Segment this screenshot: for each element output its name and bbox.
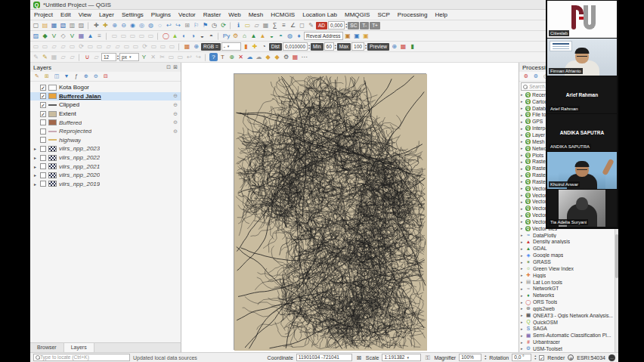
mesh-digitizing-icon[interactable]: ▭ (159, 42, 167, 51)
list-item[interactable]: ▸ Q QuickOSM (519, 319, 618, 326)
tab-browser[interactable]: Browser (30, 343, 64, 352)
model-designer-icon[interactable]: ⚙ (522, 73, 530, 80)
filter-by-expression-icon[interactable]: ƒ (73, 73, 80, 80)
settings-gear-icon[interactable]: ⚙ (282, 53, 290, 61)
move-diagram-icon[interactable]: ▱ (104, 42, 113, 51)
new-virtual-layer-icon[interactable]: ◇ (59, 32, 67, 40)
diagram-options-icon[interactable]: ▭ (41, 42, 49, 51)
expand-arrow-icon[interactable]: ▸ (521, 146, 524, 150)
extents-icon[interactable]: ⊠ (355, 354, 363, 362)
expand-arrow-icon[interactable]: ▸ (521, 132, 524, 137)
expand-arrow-icon[interactable]: ▸ (521, 306, 524, 311)
save-project-icon[interactable]: ▦ (50, 21, 58, 29)
spinner-buttons[interactable]: ▴▾ (534, 354, 536, 360)
tracing-icon[interactable]: ▱ (92, 53, 101, 61)
expand-arrow-icon[interactable]: ▸ (521, 240, 524, 244)
zoom-preview-icon[interactable]: ◒ (198, 32, 206, 40)
dist-spinner[interactable]: 0,010000 (283, 42, 308, 51)
expand-arrow-icon[interactable]: ▸ (521, 193, 524, 197)
snapping-magnet-icon[interactable]: ∪ (83, 53, 91, 61)
zoom-out-icon[interactable]: ⊖ (119, 21, 128, 29)
preview-run-icon[interactable]: ▮ (408, 42, 416, 51)
annotation-icon[interactable]: ✎ (307, 21, 315, 29)
menu-item[interactable]: Layer (95, 10, 118, 20)
manage-map-themes-icon[interactable]: ◫ (53, 73, 60, 80)
layer-visibility-checkbox[interactable]: ✓ (40, 102, 46, 108)
zoom-native-icon[interactable]: ◉ (128, 21, 137, 29)
layer-extent[interactable]: ✓ Extent ⊖ (30, 110, 181, 119)
expand-arrow-icon[interactable]: ▸ (521, 153, 524, 157)
paste-style-icon[interactable]: ▭ (128, 32, 137, 40)
participant-tile[interactable]: ANDIKA SAPUTRA ANDIKA SAPUTRA (547, 114, 617, 151)
scp-t-minus-button[interactable]: T- (360, 22, 369, 29)
expand-arrow-icon[interactable]: ▸ (521, 320, 524, 324)
messages-icon[interactable]: … (608, 354, 615, 361)
layer-visibility-checkbox[interactable] (40, 146, 46, 152)
mesh-transform-icon[interactable]: ▭ (168, 42, 176, 51)
rgb-combo[interactable]: - (221, 42, 241, 51)
list-item[interactable]: ▸ ▦ Semi-Automatic Classification Pl... (519, 332, 618, 339)
magnifier-spinner[interactable]: 100% (459, 354, 481, 361)
list-item[interactable]: ▸ ▦ QNEAT3 - Qgis Network Analysis... (519, 312, 618, 319)
list-item[interactable]: ▸ S SAGA (519, 326, 618, 333)
menu-item[interactable]: Location Lab (299, 10, 341, 20)
expand-arrow-icon[interactable]: ▸ (521, 300, 524, 305)
list-item[interactable]: ▸ ✶ GRASS (519, 258, 618, 265)
separator[interactable] (88, 22, 90, 29)
expand-arrow-icon[interactable]: ▸ (521, 293, 524, 298)
osm-place-search-icon[interactable]: ▣ (353, 32, 361, 40)
expand-arrow-icon[interactable]: ▸ (521, 186, 524, 190)
processing-toolbox-icon[interactable]: ⚙ (231, 32, 240, 40)
select-features-icon[interactable]: ▭ (243, 21, 252, 29)
menu-item[interactable]: View (75, 10, 95, 20)
list-item[interactable]: ▸ # Urbantracer (519, 339, 618, 345)
expand-arrow-icon[interactable]: ▸ (521, 159, 524, 164)
list-item[interactable]: ▸ ✚ Hqgis (519, 272, 618, 279)
paste-layer-icon[interactable]: ▭ (147, 32, 155, 40)
zoom-to-selection-icon[interactable]: ◍ (147, 21, 155, 29)
expand-arrow-icon[interactable]: ▸ (34, 146, 38, 151)
spectral-signature-icon[interactable]: ◑ (189, 32, 197, 40)
separator[interactable] (218, 32, 220, 40)
expand-arrow-icon[interactable]: ▸ (521, 113, 524, 117)
field-calculator-icon[interactable]: ∑ (271, 21, 279, 29)
expand-arrow-icon[interactable]: ▸ (521, 253, 524, 258)
layer-reprojected[interactable]: Reprojected ⊖ (30, 127, 181, 136)
scp-sc-button[interactable]: SC (348, 22, 359, 29)
layer-visibility-checkbox[interactable] (40, 172, 46, 178)
expand-arrow-icon[interactable]: ▸ (521, 313, 524, 317)
separator[interactable] (157, 32, 159, 40)
new-project-icon[interactable]: ▢ (32, 21, 40, 29)
layer-visibility-checkbox[interactable] (40, 137, 46, 143)
callout-icon[interactable]: ▭ (122, 42, 131, 51)
participant-tile[interactable]: Khoirul Anwar Khoirul Anwar (547, 152, 617, 189)
max-spinner[interactable]: 100 (351, 42, 364, 51)
menu-item[interactable]: MMQGIS (341, 10, 373, 20)
spinner-buttons[interactable]: ▴▾ (335, 44, 336, 50)
separator[interactable] (79, 54, 81, 61)
expand-arrow-icon[interactable]: ▸ (521, 126, 524, 131)
lock-scale-icon[interactable]: ⚿ (424, 354, 431, 362)
copy-style-icon[interactable]: ▭ (119, 32, 128, 40)
layer-visibility-checkbox[interactable] (40, 128, 46, 135)
cut-features-icon[interactable]: ✂ (158, 53, 166, 61)
new-print-layout-icon[interactable]: ▥ (68, 21, 76, 29)
save-project-as-icon[interactable]: ▧ (59, 21, 67, 29)
show-hidden-labels-icon[interactable]: ▱ (59, 42, 67, 51)
expand-arrow-icon[interactable]: ▸ (521, 92, 524, 97)
show-bookmarks-icon[interactable]: ⚑ (201, 21, 209, 29)
list-item[interactable]: ▸ ≈ NetworkGT (519, 285, 618, 292)
mask-icon[interactable]: ◓ (277, 32, 285, 40)
package-in-icon[interactable]: ◆ (264, 53, 272, 61)
rotate-label-icon[interactable]: ⟳ (77, 42, 85, 51)
move-label-icon[interactable]: ▭ (68, 42, 76, 51)
map-tips-icon[interactable]: ◻ (298, 21, 306, 29)
hammer-tool-icon[interactable]: T (218, 53, 227, 61)
spinner-buttons[interactable]: ▴▾ (485, 354, 486, 360)
copy-layer-icon[interactable]: ▭ (138, 32, 146, 40)
expand-arrow-icon[interactable]: ▸ (521, 266, 524, 271)
layout-manager-icon[interactable]: ▨ (77, 21, 85, 29)
list-item[interactable]: ▸ ≈ DataPlotly (519, 232, 618, 239)
locator-search-input[interactable]: Type to locate (Ctrl+K) (33, 354, 130, 361)
cloud-offline-icon[interactable]: ☁ (255, 53, 263, 61)
